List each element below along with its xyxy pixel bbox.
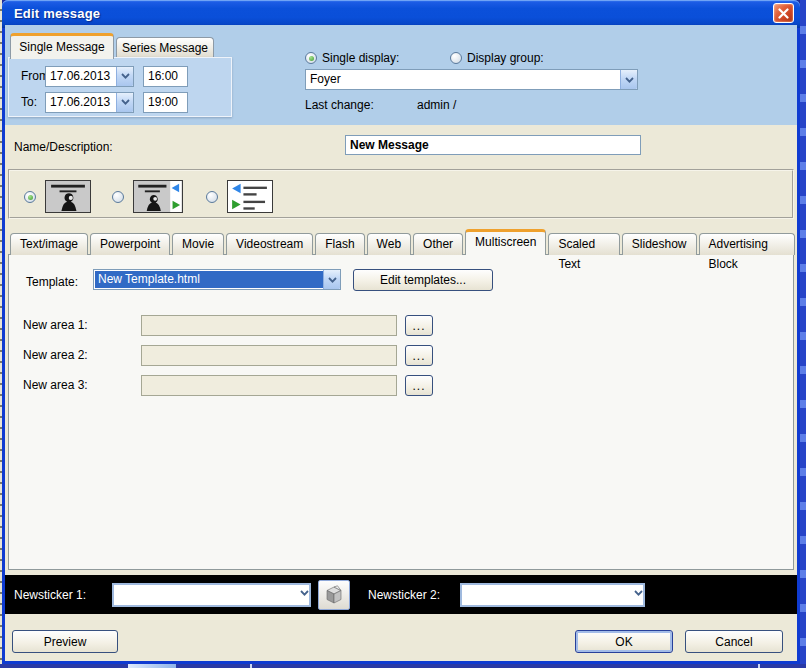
tab-text-image[interactable]: Text/image [10,233,88,255]
tab-scaled-text[interactable]: Scaled Text [548,233,619,255]
dropdown-arrow-icon[interactable] [620,70,637,89]
cancel-button[interactable]: Cancel [685,630,783,653]
tab-movie[interactable]: Movie [172,233,224,255]
schedule-panel: From 17.06.2013 To: 17.06.2013 [8,57,232,117]
radio-selected-icon[interactable] [305,52,317,64]
dropdown-arrow-icon[interactable] [116,67,133,86]
to-time-input[interactable] [143,92,188,113]
tab-other[interactable]: Other [413,233,463,255]
display-group-label: Display group: [467,51,544,65]
radio-unselected-icon[interactable] [450,52,462,64]
newsticker-1-select[interactable] [112,583,311,607]
template-label: Template: [26,275,78,289]
radio-unselected-icon[interactable] [206,191,218,203]
from-date-picker[interactable]: 17.06.2013 [45,66,134,87]
dropdown-arrow-icon[interactable] [323,270,340,289]
tab-flash[interactable]: Flash [315,233,364,255]
last-change-value: admin / [417,98,456,112]
window-title: Edit message [14,6,773,21]
ok-button[interactable]: OK [575,630,673,653]
new-area-3-label: New area 3: [23,378,88,392]
from-time-input[interactable] [143,66,188,87]
to-date-picker[interactable]: 17.06.2013 [45,92,134,113]
dropdown-arrow-icon[interactable] [634,585,643,605]
content-type-tabs: Text/image Powerpoint Movie Videostream … [10,229,797,255]
tab-slideshow[interactable]: Slideshow [622,233,697,255]
tab-advertising-block[interactable]: Advertising Block [699,233,795,255]
single-display-radio[interactable]: Single display: [305,51,399,65]
tab-series-message[interactable]: Series Message [116,37,214,59]
type-option-ticker-only[interactable] [206,180,273,213]
template-select-value: New Template.html [95,271,323,288]
new-area-2-field[interactable] [141,345,397,366]
title-bar[interactable]: Edit message [2,0,800,28]
name-description-input[interactable] [345,135,641,155]
newsticker-2-value [462,585,634,605]
package-cube-icon [324,585,344,605]
newsticker-2-select[interactable] [460,583,645,607]
type-option-message-with-ticker[interactable] [112,180,183,213]
new-area-2-label: New area 2: [23,348,88,362]
preview-button[interactable]: Preview [12,630,118,653]
dropdown-arrow-icon[interactable] [116,93,133,112]
newsticker-1-label: Newsticker 1: [14,588,86,602]
message-type-panel [8,169,794,219]
ticker-package-button[interactable] [318,580,350,610]
newsticker-bar: Newsticker 1: Newsticker 2: [5,575,797,614]
schedule-header-section: Single Message Series Message From 17.06… [5,25,797,125]
tab-videostream[interactable]: Videostream [226,233,313,255]
type-option-message[interactable] [24,180,91,213]
from-label: From [9,69,43,83]
radio-selected-icon[interactable] [24,191,36,203]
single-screen-icon [45,180,91,213]
template-select[interactable]: New Template.html [93,269,341,290]
radio-unselected-icon[interactable] [112,191,124,203]
close-button[interactable] [773,3,794,23]
new-area-2-browse-button[interactable]: ... [405,345,433,366]
dialog-client-area: Single Message Series Message From 17.06… [5,25,797,658]
new-area-3-field[interactable] [141,375,397,396]
display-select[interactable]: Foyer [305,69,638,90]
multiscreen-panel: Template: New Template.html Edit templat… [8,254,794,570]
dropdown-arrow-icon[interactable] [300,585,309,605]
to-label: To: [9,95,43,109]
from-date-value: 17.06.2013 [46,67,116,86]
new-area-1-browse-button[interactable]: ... [405,315,433,336]
edit-message-dialog: Edit message Single Message Series Messa… [2,0,800,664]
close-icon [778,8,789,19]
edit-templates-button[interactable]: Edit templates... [353,269,493,291]
background-divider [250,664,252,668]
tab-web[interactable]: Web [367,233,411,255]
to-date-value: 17.06.2013 [46,93,116,112]
tab-single-message[interactable]: Single Message [10,33,114,59]
display-group-radio[interactable]: Display group: [450,51,544,65]
new-area-3-browse-button[interactable]: ... [405,375,433,396]
last-change-label: Last change: [305,98,374,112]
newsticker-1-value [114,585,300,605]
ticker-lines-icon [227,180,273,213]
background-fragment [128,664,176,668]
new-area-1-label: New area 1: [23,318,88,332]
background-divider [758,664,760,668]
tab-multiscreen[interactable]: Multiscreen [465,229,546,255]
name-description-label: Name/Description: [14,140,113,154]
background-window-right [800,0,806,664]
background-window-bottom [0,664,806,668]
new-area-1-field[interactable] [141,315,397,336]
display-select-value: Foyer [306,70,620,89]
newsticker-2-label: Newsticker 2: [368,588,440,602]
screen-with-ticker-icon [133,180,183,213]
tab-powerpoint[interactable]: Powerpoint [90,233,170,255]
single-display-label: Single display: [322,51,399,65]
